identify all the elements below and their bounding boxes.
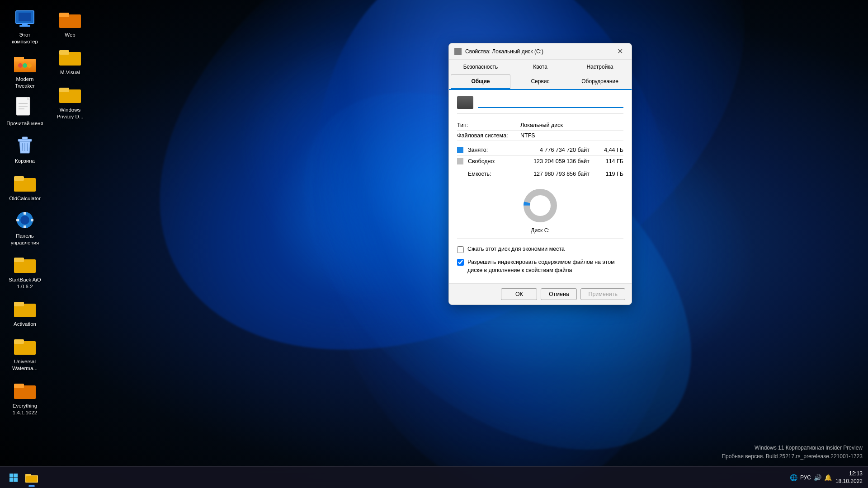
dialog-footer: ОК Отмена Применить [449,283,632,305]
dialog-overlay: Свойства: Локальный диск (C:) ✕ Безопасн… [0,0,868,488]
svg-rect-44 [14,474,18,478]
free-bytes: 123 204 059 136 байт [504,158,599,164]
checkbox-compress[interactable] [457,246,464,253]
capacity-gb: 119 ГБ [603,171,623,177]
tabs-row-1: Безопасность Квота Настройка [449,60,632,74]
apply-button[interactable]: Применить [580,288,625,300]
fs-value: NTFS [520,132,535,139]
watermark-line2: Пробная версия. Build 25217.rs_prereleas… [722,452,863,461]
tab-general[interactable]: Общие [451,74,510,89]
fs-label: Файловая система: [457,132,516,139]
taskbar-file-explorer[interactable] [24,469,40,486]
drive-name-input[interactable] [478,98,623,108]
taskbar-tray: 🌐 РУС 🔊 🔔 [790,474,832,481]
dialog-close-button[interactable]: ✕ [613,45,626,58]
taskbar-date: 18.10.2022 [835,478,863,485]
checkbox-compress-row: Сжать этот диск для экономии места [457,243,623,256]
watermark: Windows 11 Корпоративная Insider Preview… [722,444,863,461]
taskbar-left [5,469,40,486]
tabs-container: Безопасность Квота Настройка Общие Серви… [449,60,632,90]
donut-label: Диск С: [531,227,549,234]
language-indicator[interactable]: РУС [800,474,811,481]
checkbox-compress-label: Сжать этот диск для экономии места [467,246,565,252]
tab-service[interactable]: Сервис [510,74,570,89]
ok-button[interactable]: ОК [501,288,537,300]
checkbox-index[interactable] [457,259,464,266]
tab-settings[interactable]: Настройка [570,60,630,74]
taskbar: 🌐 РУС 🔊 🔔 12:13 18.10.2022 [0,466,868,488]
capacity-bytes: 127 980 793 856 байт [500,171,599,177]
checkbox-index-row: Разрешить индексировать содержимое файло… [457,256,623,277]
dialog-content: Тип: Локальный диск Файловая система: NT… [449,90,632,283]
properties-dialog: Свойства: Локальный диск (C:) ✕ Безопасн… [448,43,632,305]
donut-container: Диск С: [457,181,623,239]
type-value: Локальный диск [520,122,563,128]
checkbox-index-label: Разрешить индексировать содержимое файло… [467,258,623,274]
used-gb: 4,44 ГБ [603,147,623,153]
capacity-row: Емкость: 127 980 793 856 байт 119 ГБ [457,167,623,181]
used-color-indicator [457,147,463,153]
free-color-indicator [457,158,463,164]
network-icon[interactable]: 🌐 [790,474,797,481]
free-gb: 114 ГБ [603,158,623,164]
used-label: Занято: [468,147,500,153]
donut-chart [522,188,558,224]
desktop: Этот компьютер Modern Tweaker [0,0,868,488]
tab-quota[interactable]: Квота [510,60,570,74]
capacity-label: Емкость: [457,171,495,177]
taskbar-clock[interactable]: 12:13 18.10.2022 [835,470,863,485]
used-space-row: Занято: 4 776 734 720 байт 4,44 ГБ [457,145,623,156]
taskbar-right: 🌐 РУС 🔊 🔔 12:13 18.10.2022 [790,470,863,485]
dialog-title-icon [454,48,462,55]
notification-icon[interactable]: 🔔 [824,474,832,481]
watermark-line1: Windows 11 Корпоративная Insider Preview [722,444,863,452]
windows-logo-icon [9,473,18,482]
start-button[interactable] [5,469,22,486]
drive-icon [457,96,473,109]
fs-row: Файловая система: NTFS [457,131,623,141]
volume-icon[interactable]: 🔊 [814,474,821,481]
cancel-button[interactable]: Отмена [541,288,577,300]
free-label: Свободно: [468,158,500,164]
dialog-titlebar: Свойства: Локальный диск (C:) ✕ [449,43,632,60]
svg-rect-49 [26,476,37,482]
type-row: Тип: Локальный диск [457,120,623,131]
used-bytes: 4 776 734 720 байт [504,147,599,153]
file-explorer-icon [25,473,38,483]
type-label: Тип: [457,122,516,128]
taskbar-time: 12:13 [835,470,863,478]
tab-security[interactable]: Безопасность [451,60,510,74]
tabs-row-2: Общие Сервис Оборудование [449,74,632,90]
svg-rect-46 [14,478,18,482]
svg-point-41 [527,192,554,219]
svg-rect-45 [9,478,14,482]
dialog-title-text: Свойства: Локальный диск (C:) [465,48,613,55]
svg-rect-43 [9,474,14,478]
tab-hardware[interactable]: Оборудование [570,74,630,89]
drive-name-row [457,96,623,114]
free-space-row: Свободно: 123 204 059 136 байт 114 ГБ [457,156,623,167]
